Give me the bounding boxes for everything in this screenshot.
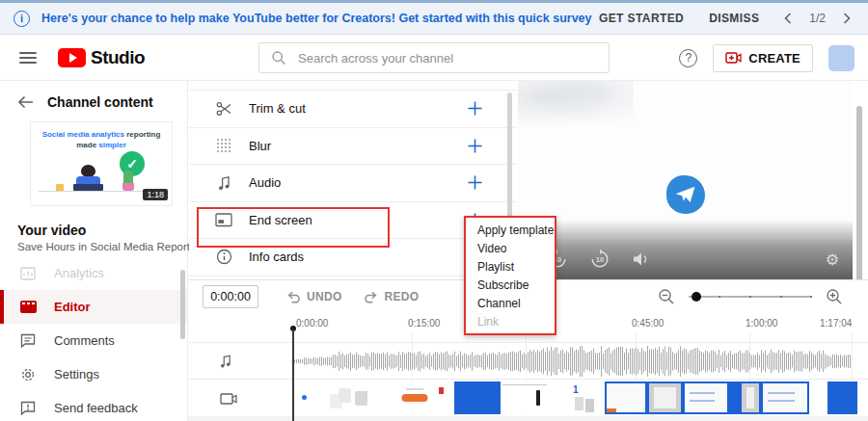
settings-gear-icon[interactable]: ⚙ [826,250,839,269]
filmstrip-thumbnail[interactable] [566,382,605,414]
youtube-play-icon [58,48,86,67]
comments-icon [19,333,37,348]
volume-icon[interactable] [632,250,651,268]
end-screen-dropdown: Apply template Video Playlist Subscribe … [464,216,556,335]
ruler-tick: 1:17:04 [820,318,852,329]
menu-item-apply-template[interactable]: Apply template [466,221,555,239]
video-thumbnail[interactable]: Social media analytics reportingmade sim… [30,121,173,206]
sidebar-item-send-feedback[interactable]: Send feedback [0,391,187,421]
playhead-line[interactable] [292,329,294,421]
channel-search [258,42,610,73]
thumbnail-caption: Social media analytics reportingmade sim… [31,130,172,151]
add-icon[interactable] [467,174,483,191]
feedback-icon [19,401,37,415]
audio-track[interactable] [188,343,868,380]
filmstrip-thumbnail[interactable] [729,382,740,414]
sidebar-item-settings[interactable]: Settings [0,357,187,391]
row-label: Blur [249,139,271,153]
survey-banner: i Here's your chance to help make YouTub… [0,0,868,35]
audio-waveform [292,345,852,378]
get-started-button[interactable]: GET STARTED [599,12,684,25]
redo-button[interactable]: REDO [364,290,420,303]
current-time-field[interactable]: 0:00:00 [203,285,258,308]
sidebar-item-label: Editor [54,300,91,314]
video-camera-icon [220,392,237,406]
ruler-tick: 1:00:00 [746,318,777,329]
search-icon [271,50,286,66]
filmstrip-thumbnail[interactable] [433,382,454,414]
row-label: Info cards [249,250,304,264]
zoom-out-icon[interactable] [658,288,675,305]
page-indicator: 1/2 [809,12,826,25]
filmstrip-thumbnail[interactable] [761,382,809,414]
menu-item-video[interactable]: Video [466,239,555,257]
preview-scrollbar[interactable] [856,106,862,308]
menu-item-playlist[interactable]: Playlist [466,257,555,276]
filmstrip-thumbnail[interactable] [549,382,566,414]
filmstrip-thumbnail[interactable] [292,382,319,414]
editor-film-icon [19,301,37,313]
youtube-studio-window: i Here's your chance to help make YouTub… [0,0,868,421]
ruler-tick: 0:00:00 [296,318,328,329]
row-trim-and-cut[interactable]: Trim & cut [189,91,516,128]
zoom-slider-handle[interactable] [692,292,701,302]
filmstrip-thumbnail[interactable] [740,382,761,414]
avatar[interactable] [828,45,854,71]
sidebar-item-editor[interactable]: Editor [0,290,187,324]
row-label: Audio [249,175,281,190]
help-icon[interactable]: ? [679,49,697,67]
row-audio[interactable]: Audio [189,165,516,202]
youtube-studio-logo[interactable]: Studio [58,47,145,68]
search-input[interactable] [296,50,609,66]
create-button[interactable]: CREATE [713,44,813,72]
info-icon [214,249,233,265]
sidebar-scrollbar[interactable] [180,270,185,339]
ruler-tick: 0:15:00 [408,318,440,329]
create-video-icon [725,51,742,65]
filmstrip-thumbnail[interactable] [683,382,729,414]
forward-10-icon[interactable]: 10 [589,249,610,270]
filmstrip-thumbnail[interactable] [501,382,549,414]
filmstrip-thumbnail[interactable] [827,382,857,414]
video-filmstrip [292,382,857,414]
filmstrip-thumbnail[interactable] [454,382,501,414]
chevron-right-icon[interactable] [843,13,851,24]
filmstrip-thumbnail[interactable] [647,382,683,414]
menu-item-subscribe[interactable]: Subscribe [466,276,555,294]
zoom-in-icon[interactable] [826,288,843,305]
add-icon[interactable] [467,100,483,117]
chevron-left-icon[interactable] [784,13,792,24]
svg-text:10: 10 [596,255,604,264]
sidebar-item-label: Comments [54,333,115,348]
video-preview[interactable]: 10 10 ⚙ [518,81,853,279]
back-arrow-icon[interactable] [17,95,34,109]
menu-item-channel[interactable]: Channel [466,294,555,312]
ruler-tick: 0:45:00 [632,318,664,329]
music-note-icon [214,175,233,191]
menu-item-link: Link [466,312,555,330]
hamburger-menu-icon[interactable] [19,52,37,64]
filmstrip-thumbnail[interactable] [809,382,827,414]
filmstrip-thumbnail[interactable] [319,382,377,414]
add-icon[interactable] [467,138,483,154]
music-note-icon [220,354,231,368]
sidebar-item-comments[interactable]: Comments [0,324,187,357]
app-name: Studio [91,47,145,68]
undo-button[interactable]: UNDO [285,290,342,303]
zoom-slider[interactable] [689,296,812,298]
filmstrip-thumbnail[interactable] [377,382,396,414]
undo-icon [285,290,301,303]
sidebar-item-analytics[interactable]: Analytics [0,256,187,290]
filmstrip-thumbnail[interactable] [605,382,647,414]
filmstrip-thumbnail[interactable] [396,382,433,414]
preview-artifact [518,81,634,134]
row-blur[interactable]: Blur [189,128,516,166]
end-screen-icon [214,213,233,227]
analytics-icon [19,267,37,280]
sidebar-item-label: Send feedback [54,401,138,415]
video-track[interactable] [188,380,868,417]
dismiss-button[interactable]: DISMISS [709,12,759,25]
row-label: Trim & cut [249,101,306,116]
gear-icon [19,367,37,382]
info-icon: i [14,11,30,27]
